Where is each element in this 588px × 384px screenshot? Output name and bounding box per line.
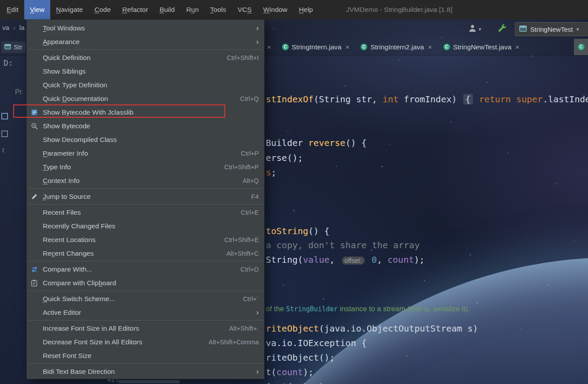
code-line: riteObject(java.io.ObjectOutputStream s) [266, 323, 478, 334]
horizontal-scrollbar[interactable] [118, 380, 180, 383]
menu-item-label: Show Bytecode [43, 122, 259, 130]
menu-item-quick-type-definition[interactable]: Quick Type Definition [27, 78, 264, 92]
tab-stringintern2-java[interactable]: CStringIntern2.java× [355, 39, 437, 55]
menu-item-shortcut: Ctrl+` [243, 295, 259, 302]
chevron-down-icon: ▾ [479, 26, 481, 32]
menu-item-label: Increase Font Size in All Editors [43, 324, 229, 332]
menu-item-context-info[interactable]: Context InfoAlt+Q [27, 174, 264, 187]
jclasslib-icon [31, 109, 43, 116]
menu-item-label: Jump to Source [43, 193, 251, 201]
breadcrumb-item[interactable]: va [2, 24, 9, 31]
menu-item-quick-switch-scheme[interactable]: Quick Switch Scheme...Ctrl+` [27, 292, 264, 306]
code-line: a copy, don't share the array [266, 239, 420, 251]
menu-navigate[interactable]: Navigate [50, 0, 89, 19]
run-config-label: StringNewTest [530, 26, 573, 33]
close-icon[interactable]: × [515, 43, 519, 51]
menu-item-label: Quick Type Definition [43, 81, 259, 89]
menu-item-label: Active Editor [43, 309, 256, 317]
menu-item-label: Appearance [43, 38, 256, 46]
menu-item-label: Recent Locations [43, 236, 224, 244]
menu-item-parameter-info[interactable]: Parameter InfoCtrl+P [27, 146, 264, 160]
menu-item-reset-font-size[interactable]: Reset Font Size [27, 349, 264, 362]
menu-item-type-info[interactable]: Type InfoCtrl+Shift+P [27, 160, 264, 174]
menu-item-shortcut: Ctrl+Shift+E [224, 236, 259, 243]
menu-window[interactable]: Window [257, 0, 293, 19]
close-icon[interactable]: × [428, 43, 432, 51]
tab-partial[interactable]: C [574, 39, 588, 55]
clipboard-diff-icon [31, 280, 43, 287]
menu-item-active-editor[interactable]: Active Editor› [27, 306, 264, 319]
menu-item-decrease-font-size-in-all-editors[interactable]: Decrease Font Size in All EditorsAlt+Shi… [27, 335, 264, 349]
menu-run[interactable]: Run [180, 0, 204, 19]
breadcrumb[interactable]: va › la [2, 24, 25, 31]
menu-item-label: Context Info [43, 177, 242, 185]
menu-vcs[interactable]: VCS [232, 0, 257, 19]
menu-item-label: Decrease Font Size in All Editors [43, 338, 208, 346]
user-account-button[interactable]: ▾ [468, 19, 481, 39]
menu-item-shortcut: Ctrl+Shift+I [227, 54, 259, 61]
code-line: riteObject(); [266, 352, 335, 363]
menu-bar: EditViewNavigateCodeRefactorBuildRunTool… [0, 0, 319, 19]
menu-item-label: Recent Files [43, 209, 241, 216]
menu-item-quick-documentation[interactable]: Quick DocumentationCtrl+Q [27, 92, 264, 105]
tab-label: StringIntern.java [292, 43, 342, 51]
code-line: toString() { [266, 225, 330, 237]
menu-item-label: Compare with Clipboard [43, 279, 259, 287]
menu-edit[interactable]: Edit [1, 0, 24, 19]
menu-item-bidi-text-base-direction[interactable]: Bidi Text Base Direction› [27, 365, 264, 378]
tool-window-tab[interactable]: Str [1, 41, 26, 53]
window-title: JVMDemo - StringBuilder.java [1.8] [346, 0, 452, 19]
menu-help[interactable]: Help [293, 0, 319, 19]
menu-item-show-bytecode-with-jclasslib[interactable]: Show Bytecode With Jclasslib [27, 105, 264, 119]
class-icon: C [282, 44, 289, 50]
menu-separator [28, 320, 263, 321]
menu-item-shortcut: Alt+Q [242, 177, 259, 184]
window-icon [519, 26, 527, 33]
menu-code[interactable]: Code [89, 0, 116, 19]
menu-build[interactable]: Build [154, 0, 180, 19]
menu-item-tool-windows[interactable]: Tool Windows› [27, 21, 264, 35]
menu-item-recent-files[interactable]: Recent FilesCtrl+E [27, 205, 264, 219]
tab-stringnewtest-java[interactable]: CStringNewTest.java× [438, 39, 525, 55]
pencil-icon [31, 193, 43, 200]
menu-item-shortcut: F4 [251, 193, 259, 200]
menu-item-compare-with[interactable]: Compare With...Ctrl+D [27, 262, 264, 276]
menu-item-appearance[interactable]: Appearance› [27, 35, 264, 48]
menu-refactor[interactable]: Refactor [116, 0, 154, 19]
menu-item-increase-font-size-in-all-editors[interactable]: Increase Font Size in All EditorsAlt+Shi… [27, 321, 264, 335]
menu-item-label: Recent Changes [43, 250, 227, 257]
menu-separator [28, 363, 263, 364]
menu-item-quick-definition[interactable]: Quick DefinitionCtrl+Shift+I [27, 51, 264, 64]
menu-item-show-siblings[interactable]: Show Siblings [27, 64, 264, 78]
code-line: va.io.IOException { [266, 337, 367, 349]
submenu-arrow-icon: › [256, 309, 259, 316]
submenu-arrow-icon: › [256, 24, 259, 32]
menu-item-label: Show Decompiled Class [43, 136, 259, 144]
menu-tools[interactable]: Tools [205, 0, 232, 19]
build-wrench-icon [497, 23, 507, 35]
breadcrumb-item[interactable]: la [19, 24, 25, 31]
menu-item-label: Tool Windows [43, 24, 256, 32]
menu-item-label: Quick Definition [43, 54, 227, 62]
tab-stringintern-java[interactable]: CStringIntern.java× [276, 39, 355, 55]
diff-icon [31, 266, 43, 273]
menu-item-shortcut: Ctrl+Q [240, 95, 259, 102]
menu-item-recent-locations[interactable]: Recent LocationsCtrl+Shift+E [27, 233, 264, 246]
menu-item-recently-changed-files[interactable]: Recently Changed Files [27, 219, 264, 233]
menu-item-shortcut: Alt+Shift+C [227, 250, 259, 257]
menu-item-show-bytecode[interactable]: Show Bytecode [27, 119, 264, 133]
menu-item-label: Show Bytecode With Jclasslib [43, 108, 259, 116]
menu-separator [28, 261, 263, 261]
close-icon[interactable]: × [267, 43, 271, 51]
run-config-selector[interactable]: StringNewTest ▾ [515, 22, 588, 36]
menu-item-jump-to-source[interactable]: Jump to SourceF4 [27, 190, 264, 203]
menu-view[interactable]: View [24, 0, 50, 19]
close-icon[interactable]: × [346, 43, 350, 51]
menu-item-recent-changes[interactable]: Recent ChangesAlt+Shift+C [27, 246, 264, 260]
menu-item-compare-with-clipboard[interactable]: Compare with Clipboard [27, 276, 264, 290]
build-button[interactable] [497, 19, 507, 39]
menu-item-label: Parameter Info [43, 149, 241, 157]
class-icon: C [578, 44, 584, 50]
menu-item-show-decompiled-class[interactable]: Show Decompiled Class [27, 133, 264, 146]
code-line: s; [266, 167, 276, 178]
